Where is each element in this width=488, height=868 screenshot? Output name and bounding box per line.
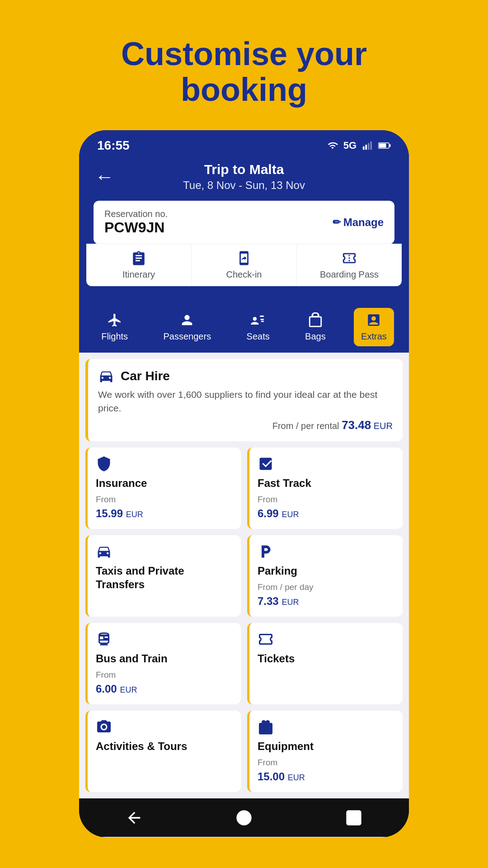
tab-boarding-pass-label: Boarding Pass [320,269,379,280]
tab-checkin-label: Check-in [226,269,262,280]
header-title: Trip to Malta Tue, 8 Nov - Sun, 13 Nov [116,162,372,192]
svg-rect-5 [379,144,386,148]
svg-rect-1 [365,145,367,150]
fast-track-title: Fast Track [258,476,394,490]
reservation-label: Reservation no. [104,209,168,219]
nav-seats-label: Seats [247,331,270,342]
activities-icon [96,719,112,735]
bottom-back-button[interactable] [123,807,145,829]
tab-checkin[interactable]: Check-in [192,244,297,286]
pencil-icon: ✏ [333,217,341,228]
tab-itinerary-label: Itinerary [122,269,155,280]
car-hire-desc: We work with over 1,600 suppliers to fin… [98,388,393,415]
reservation-card: Reservation no. PCW9JN ✏ Manage [94,201,394,244]
nav-extras-label: Extras [361,331,387,342]
bottom-square-button[interactable] [343,807,365,829]
nav-tab-passengers[interactable]: Passengers [156,308,219,346]
taxis-card[interactable]: Taxis and Private Transfers [85,535,241,617]
bus-train-title: Bus and Train [96,652,233,665]
bottom-nav [79,798,409,837]
services-grid: Insurance From 15.99 EUR Fast Track From… [85,448,403,792]
fast-track-card[interactable]: Fast Track From 6.99 EUR [247,448,403,529]
fast-track-price: 6.99 EUR [258,507,394,520]
taxis-title: Taxis and Private Transfers [96,564,233,591]
fast-track-from: From [258,495,394,505]
car-hire-price-value: 73.48 [342,418,371,432]
parking-price: 7.33 EUR [258,595,394,608]
tickets-icon [258,631,274,647]
bottom-home-icon [235,809,253,827]
svg-rect-6 [389,144,391,147]
nav-tab-bags[interactable]: Bags [298,308,333,346]
parking-from: From / per day [258,582,394,592]
taxis-icon [96,543,112,560]
svg-rect-3 [370,142,372,150]
svg-rect-8 [347,811,361,825]
insurance-price: 15.99 EUR [96,507,233,520]
nav-tab-seats[interactable]: Seats [239,308,277,346]
nav-tabs: Flights Passengers Seats Bags [79,300,409,353]
car-hire-currency: EUR [374,421,393,431]
car-hire-icon [98,368,114,384]
bottom-home-button[interactable] [233,807,255,829]
parking-icon [258,543,274,560]
nav-passengers-label: Passengers [164,331,211,342]
bus-train-icon [96,631,112,647]
car-hire-price-label: From / per rental [272,421,339,431]
trip-dates: Tue, 8 Nov - Sun, 13 Nov [116,179,372,192]
signal-5g: 5G [343,140,357,151]
activities-card[interactable]: Activities & Tours [85,711,241,792]
status-icons: 5G [326,140,391,151]
fast-track-icon [258,456,274,472]
nav-flights-label: Flights [101,331,128,342]
svg-point-7 [236,810,251,825]
content-area: Car Hire We work with over 1,600 supplie… [79,353,409,798]
manage-button[interactable]: ✏ Manage [333,216,384,229]
tickets-card[interactable]: Tickets [247,623,403,704]
trip-name: Trip to Malta [116,162,372,177]
nav-tab-extras[interactable]: Extras [354,308,394,346]
status-time: 16:55 [97,138,130,153]
svg-rect-2 [368,143,370,150]
bottom-square-icon [345,809,363,827]
wifi-icon [326,141,339,151]
bus-train-from: From [96,670,233,680]
page-title: Customise your booking [121,36,367,108]
boarding-pass-icon [342,250,357,266]
header: ← Trip to Malta Tue, 8 Nov - Sun, 13 Nov [79,157,409,201]
flights-icon [107,312,122,328]
insurance-card[interactable]: Insurance From 15.99 EUR [85,448,241,529]
bus-train-card[interactable]: Bus and Train From 6.00 EUR [85,623,241,704]
insurance-title: Insurance [96,476,233,490]
car-hire-title: Car Hire [121,369,170,383]
parking-card[interactable]: Parking From / per day 7.33 EUR [247,535,403,617]
back-button[interactable]: ← [93,164,116,190]
nav-tab-flights[interactable]: Flights [94,308,135,346]
tickets-title: Tickets [258,652,394,665]
tab-itinerary[interactable]: Itinerary [86,244,192,286]
car-hire-price: From / per rental 73.48 EUR [98,418,393,432]
status-bar: 16:55 5G [79,130,409,157]
seats-icon [250,312,266,328]
battery-icon [378,141,391,151]
itinerary-icon [131,250,146,266]
car-hire-card[interactable]: Car Hire We work with over 1,600 supplie… [85,359,403,441]
car-hire-header: Car Hire [98,368,393,384]
reservation-info: Reservation no. PCW9JN [104,209,168,236]
phone-frame: 16:55 5G ← Trip to Malta Tue, 8 Nov - Su… [79,130,409,837]
extras-icon [366,312,381,328]
svg-rect-0 [363,146,365,150]
nav-bags-label: Bags [305,331,326,342]
tab-boarding-pass[interactable]: Boarding Pass [297,244,402,286]
parking-title: Parking [258,564,394,578]
equipment-price: 15.00 EUR [258,770,394,783]
bus-train-price: 6.00 EUR [96,683,233,695]
manage-label: Manage [343,216,384,229]
equipment-card[interactable]: Equipment From 15.00 EUR [247,711,403,792]
insurance-from: From [96,495,233,505]
insurance-icon [96,456,112,472]
bags-icon [308,312,323,328]
signal-icon [361,141,374,151]
bottom-back-icon [125,809,143,827]
equipment-title: Equipment [258,740,394,753]
